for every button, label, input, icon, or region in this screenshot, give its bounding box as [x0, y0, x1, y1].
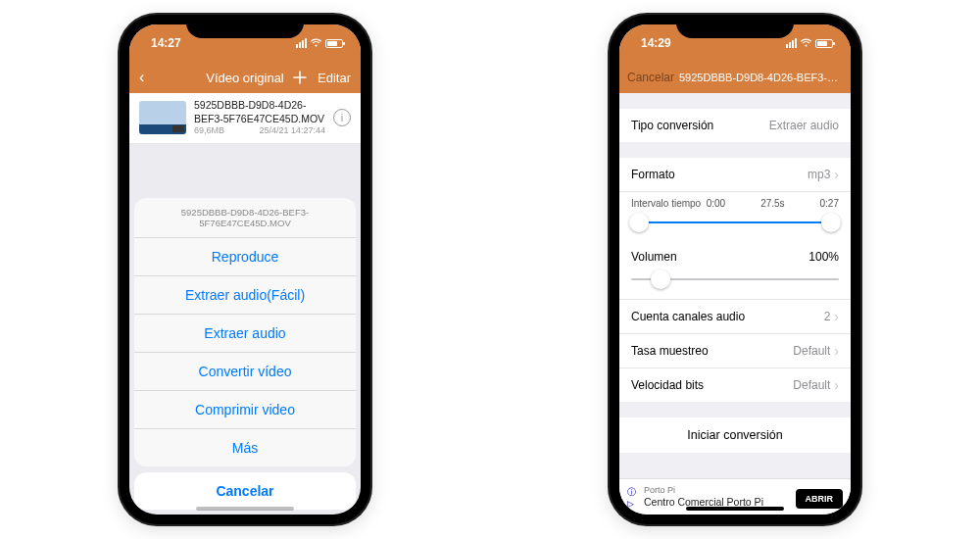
- row-label: Formato: [631, 168, 675, 181]
- row-value: Default: [793, 344, 830, 358]
- chevron-right-icon: ›: [834, 343, 839, 359]
- adchoices-icon[interactable]: ⓘ▷: [627, 486, 636, 509]
- status-time: 14:29: [641, 36, 671, 50]
- slider-thumb-end[interactable]: [821, 213, 841, 232]
- interval-slider[interactable]: [631, 213, 839, 232]
- file-row[interactable]: 5925DBBB-D9D8-4D26-BEF3-5F76E47CE45D.MOV…: [129, 93, 361, 144]
- interval-label: Intervalo tiempo: [631, 198, 701, 209]
- ad-cta-button[interactable]: ABRIR: [796, 489, 844, 509]
- action-extract-audio-easy[interactable]: Extraer audio(Fácil): [134, 276, 356, 315]
- action-convert-video[interactable]: Convertir vídeo: [134, 353, 356, 391]
- row-label: Tasa muestreo: [631, 344, 709, 358]
- nav-title: Vídeo original: [206, 71, 284, 85]
- row-channels[interactable]: Cuenta canales audio 2›: [619, 300, 851, 334]
- battery-icon: [325, 39, 343, 48]
- start-conversion-button[interactable]: Iniciar conversión: [619, 417, 851, 453]
- chevron-right-icon: ›: [834, 309, 839, 324]
- ad-line2: Centro Comercial Porto Pi: [644, 496, 763, 508]
- row-value: Default: [793, 378, 830, 392]
- row-bitrate[interactable]: Velocidad bits Default›: [619, 368, 851, 402]
- signal-icon: [296, 38, 307, 48]
- nav-bar: ‹ Vídeo original Editar: [129, 62, 361, 93]
- back-icon[interactable]: ‹: [139, 69, 144, 86]
- phone-right: 14:29 Cancelar 5925DBBB-D9D8-4D26-BEF3-……: [610, 15, 860, 524]
- interval-end: 0:27: [820, 198, 839, 209]
- row-value: 2: [824, 310, 831, 323]
- action-sheet: 5925DBBB-D9D8-4D26-BEF3-5F76E47CE45D.MOV…: [129, 193, 361, 514]
- file-size: 69,6MB: [194, 125, 224, 137]
- volume-value: 100%: [808, 250, 839, 264]
- row-format[interactable]: Formato mp3›: [619, 158, 851, 192]
- video-thumbnail: [139, 101, 186, 134]
- chevron-right-icon: ›: [834, 167, 839, 182]
- chevron-right-icon: ›: [834, 377, 839, 393]
- row-value: mp3: [808, 168, 830, 181]
- file-name: 5925DBBB-D9D8-4D26-BEF3-5F76E47CE45D.MOV: [194, 99, 325, 125]
- volume-label: Volumen: [631, 250, 677, 264]
- slider-thumb-start[interactable]: [629, 213, 649, 232]
- volume-slider[interactable]: [631, 270, 839, 289]
- interval-start: 0:00: [707, 198, 725, 209]
- wifi-icon: [310, 38, 322, 48]
- action-compress-video[interactable]: Comprimir video: [134, 391, 356, 429]
- signal-icon: [786, 38, 797, 48]
- row-label: Velocidad bits: [631, 378, 704, 392]
- plus-icon[interactable]: [292, 70, 308, 85]
- row-label: Tipo conversión: [631, 119, 713, 132]
- edit-button[interactable]: Editar: [318, 71, 351, 85]
- nav-bar: Cancelar 5925DBBB-D9D8-4D26-BEF3-…: [619, 62, 851, 93]
- row-sample-rate[interactable]: Tasa muestreo Default›: [619, 334, 851, 368]
- interval-slider-row: Intervalo tiempo 0:00 27.5s 0:27: [619, 192, 851, 242]
- info-icon[interactable]: i: [333, 109, 351, 126]
- cancel-button[interactable]: Cancelar: [627, 71, 674, 84]
- row-conversion-type[interactable]: Tipo conversión Extraer audio: [619, 109, 851, 142]
- home-indicator[interactable]: [196, 507, 294, 511]
- slider-thumb[interactable]: [651, 270, 670, 289]
- action-reproduce[interactable]: Reproduce: [134, 238, 356, 276]
- row-label: Cuenta canales audio: [631, 310, 745, 323]
- action-more[interactable]: Más: [134, 429, 356, 466]
- notch: [186, 15, 304, 38]
- cancel-button[interactable]: Cancelar: [134, 472, 356, 510]
- row-value: Extraer audio: [769, 119, 839, 132]
- phone-left: 14:27 ‹ Vídeo original Editar 5925DBBB-D…: [120, 15, 370, 524]
- status-time: 14:27: [151, 36, 181, 50]
- action-extract-audio[interactable]: Extraer audio: [134, 315, 356, 353]
- nav-title: 5925DBBB-D9D8-4D26-BEF3-…: [678, 72, 839, 83]
- interval-duration: 27.5s: [760, 198, 784, 209]
- battery-icon: [815, 39, 833, 48]
- wifi-icon: [800, 38, 812, 48]
- sheet-title: 5925DBBB-D9D8-4D26-BEF3-5F76E47CE45D.MOV: [134, 198, 356, 238]
- notch: [676, 15, 794, 38]
- file-date: 25/4/21 14:27:44: [259, 125, 325, 137]
- ad-line1: Porto Pi: [644, 485, 675, 495]
- home-indicator[interactable]: [686, 507, 784, 511]
- volume-row: Volumen 100%: [619, 242, 851, 300]
